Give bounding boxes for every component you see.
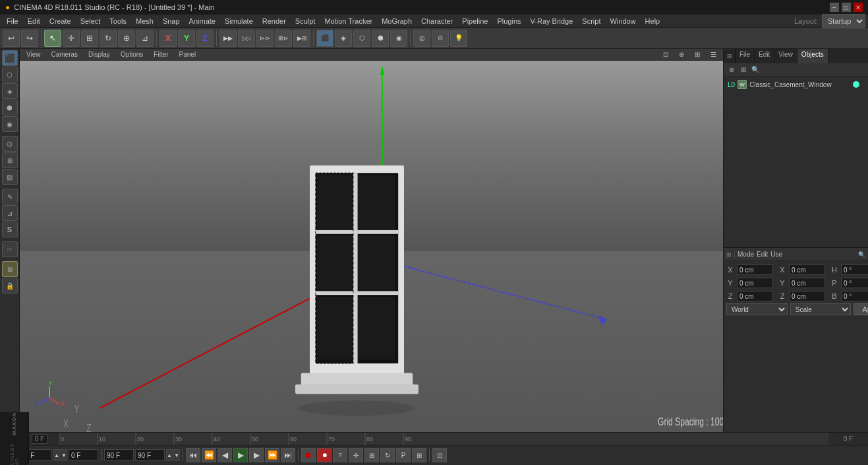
viewport[interactable]: View Cameras Display Options Filter Pane… bbox=[20, 49, 723, 432]
edge-mode-button[interactable]: ⬡ bbox=[353, 30, 370, 47]
coord-scale-select[interactable]: Scale Size bbox=[790, 303, 852, 315]
left-btn-edge[interactable]: ◈ bbox=[2, 83, 18, 99]
menu-select[interactable]: Select bbox=[76, 16, 105, 26]
menu-animate[interactable]: Animate bbox=[185, 16, 219, 26]
cam-btn2[interactable]: ⊙ bbox=[432, 30, 449, 47]
menu-tools[interactable]: Tools bbox=[105, 16, 130, 26]
attr-use[interactable]: Use bbox=[770, 251, 782, 258]
left-btn-lock[interactable]: 🔒 bbox=[2, 278, 18, 294]
menu-snap[interactable]: Snap bbox=[159, 16, 184, 26]
axis-y-button[interactable]: Y bbox=[178, 30, 195, 47]
right-tab-edit[interactable]: Edit bbox=[755, 49, 774, 63]
vp-menu-options[interactable]: Options bbox=[117, 50, 147, 59]
layout-select[interactable]: Startup bbox=[822, 14, 865, 28]
axis-x-button[interactable]: X bbox=[159, 30, 177, 47]
redo-button[interactable]: ↪ bbox=[21, 30, 38, 47]
left-btn-s[interactable]: S bbox=[2, 222, 18, 237]
tl-key-motion[interactable]: ↻ bbox=[380, 448, 395, 462]
object-item[interactable]: L0 W Classic_Casement_Window bbox=[725, 78, 868, 91]
end-frame-input[interactable] bbox=[104, 449, 134, 461]
menu-script[interactable]: Script bbox=[578, 16, 604, 26]
left-btn-grab[interactable]: ☞ bbox=[2, 241, 18, 257]
obj-search-btn[interactable]: 🔍 bbox=[750, 65, 761, 75]
frame-down-btn[interactable]: ▼ bbox=[61, 449, 67, 461]
apply-button[interactable]: Apply bbox=[854, 303, 868, 315]
coord-y-pos[interactable] bbox=[737, 278, 773, 288]
coord-z-pos[interactable] bbox=[737, 291, 773, 301]
point-mode-button[interactable]: ◈ bbox=[335, 30, 352, 47]
menu-sculpt[interactable]: Sculpt bbox=[291, 16, 320, 26]
tl-record-help[interactable]: ? bbox=[333, 448, 347, 462]
mode-rotate-button[interactable]: ↻ bbox=[100, 30, 117, 47]
vp-menu-view[interactable]: View bbox=[22, 50, 45, 59]
menu-pipeline[interactable]: Pipeline bbox=[458, 16, 492, 26]
right-tab-objects[interactable]: Objects bbox=[797, 49, 828, 63]
vp-menu-panel[interactable]: Panel bbox=[175, 50, 200, 59]
coord-p[interactable] bbox=[841, 278, 868, 288]
menu-render[interactable]: Render bbox=[258, 16, 290, 26]
menu-create[interactable]: Create bbox=[45, 16, 75, 26]
obj-mode-button[interactable]: ⬛ bbox=[316, 30, 333, 47]
start-frame-input[interactable] bbox=[69, 449, 98, 461]
poly-mode-button[interactable]: ⬢ bbox=[372, 30, 389, 47]
attr-edit[interactable]: Edit bbox=[757, 251, 768, 258]
vp-menu-cameras[interactable]: Cameras bbox=[47, 50, 82, 59]
mode-scale-button[interactable]: ⊞ bbox=[81, 30, 98, 47]
vp-corner-2[interactable]: ⊕ bbox=[675, 50, 688, 59]
tl-play[interactable]: ▶ bbox=[233, 448, 248, 462]
left-btn-fill[interactable]: ▧ bbox=[2, 169, 18, 185]
coord-z-rot[interactable] bbox=[789, 291, 825, 301]
coord-y-rot[interactable] bbox=[789, 278, 825, 288]
coord-x-pos[interactable] bbox=[737, 264, 773, 275]
tl-go-end[interactable]: ⏭ bbox=[281, 448, 295, 462]
menu-plugins[interactable]: Plugins bbox=[493, 16, 525, 26]
tl-prev-frame[interactable]: ◀ bbox=[217, 448, 232, 462]
menu-motion-tracker[interactable]: Motion Tracker bbox=[320, 16, 376, 26]
menu-mesh[interactable]: Mesh bbox=[132, 16, 158, 26]
preview-down-btn[interactable]: ▼ bbox=[173, 449, 180, 461]
mode-transform-button[interactable]: ⊕ bbox=[118, 30, 135, 47]
menu-simulate[interactable]: Simulate bbox=[221, 16, 257, 26]
left-btn-points[interactable]: ⬢ bbox=[2, 100, 18, 115]
minimize-button[interactable]: − bbox=[830, 3, 839, 12]
left-btn-pen[interactable]: ✎ bbox=[2, 189, 18, 204]
menu-file[interactable]: File bbox=[3, 16, 22, 26]
axis-z-button[interactable]: Z bbox=[196, 30, 214, 47]
uv-mode-button[interactable]: ◉ bbox=[390, 30, 407, 47]
obj-add-btn[interactable]: ⊕ bbox=[726, 65, 737, 75]
tl-go-start[interactable]: ⏮ bbox=[186, 448, 200, 462]
menu-window[interactable]: Window bbox=[606, 16, 639, 26]
tl-last[interactable]: ⊡ bbox=[432, 448, 447, 462]
mode-snap-button[interactable]: ⊿ bbox=[136, 30, 154, 47]
menu-vray[interactable]: V-Ray Bridge bbox=[527, 16, 577, 26]
left-btn-poly[interactable]: ⬡ bbox=[2, 67, 18, 82]
right-tab-view[interactable]: View bbox=[774, 49, 797, 63]
tl-key-grid[interactable]: ⊞ bbox=[412, 448, 426, 462]
menu-mograph[interactable]: MoGraph bbox=[378, 16, 416, 26]
left-btn-loop[interactable]: ⊞ bbox=[2, 152, 18, 168]
vp-menu-filter[interactable]: Filter bbox=[150, 50, 172, 59]
left-btn-snap[interactable]: ⊿ bbox=[2, 205, 18, 221]
tl-next-frame[interactable]: ▶ bbox=[249, 448, 264, 462]
close-button[interactable]: ✕ bbox=[854, 3, 863, 12]
right-tab-file[interactable]: File bbox=[736, 49, 755, 63]
left-btn-lasso[interactable]: ⌬ bbox=[2, 136, 18, 152]
attr-search[interactable]: 🔍 bbox=[858, 251, 865, 258]
mode-select-button[interactable]: ↖ bbox=[44, 30, 61, 47]
tl-record-obj[interactable]: ⏺ bbox=[317, 448, 332, 462]
right-panel-menu-icon[interactable]: ⊞ bbox=[724, 49, 736, 63]
coord-b[interactable] bbox=[841, 291, 868, 301]
obj-layer-btn[interactable]: ⊞ bbox=[738, 65, 749, 75]
coord-x-rot[interactable] bbox=[789, 264, 825, 275]
cam-btn3[interactable]: 💡 bbox=[450, 30, 467, 47]
render-settings-button[interactable]: ⊞⊳ bbox=[275, 30, 292, 47]
tl-next-key[interactable]: ⏩ bbox=[265, 448, 279, 462]
vp-corner-3[interactable]: ⊞ bbox=[691, 50, 704, 59]
coord-world-select[interactable]: World Object bbox=[726, 303, 788, 315]
left-btn-5[interactable]: ◉ bbox=[2, 116, 18, 132]
tl-key-add[interactable]: ✛ bbox=[349, 448, 363, 462]
undo-button[interactable]: ↩ bbox=[3, 30, 20, 47]
vp-corner-1[interactable]: ⊡ bbox=[659, 50, 672, 59]
attr-menu-icon[interactable]: ⊞ bbox=[726, 251, 735, 258]
render-queue-button[interactable]: ▶⊞ bbox=[293, 30, 310, 47]
